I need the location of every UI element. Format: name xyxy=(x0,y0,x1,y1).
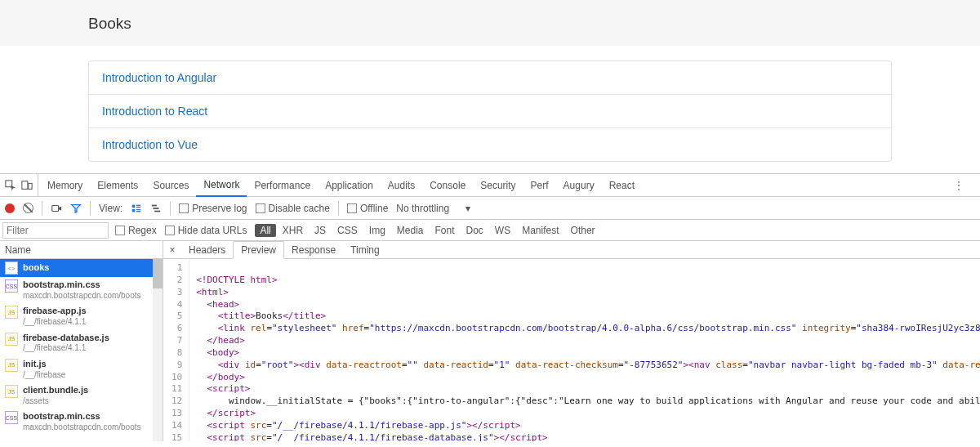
request-name: bootstrap.min.cssmaxcdn.bootstrapcdn.com… xyxy=(23,411,141,432)
request-row[interactable]: JSfirebase-app.js/__/firebase/4.1.1 xyxy=(0,303,163,329)
svg-rect-12 xyxy=(154,210,160,212)
device-toolbar-icon[interactable] xyxy=(21,180,33,191)
filter-type-xhr[interactable]: XHR xyxy=(278,224,308,237)
devtools-tab-security[interactable]: Security xyxy=(473,174,523,197)
svg-rect-10 xyxy=(152,204,157,206)
waterfall-icon[interactable] xyxy=(150,203,162,214)
js-file-icon: JS xyxy=(5,306,18,319)
filter-type-font[interactable]: Font xyxy=(430,224,460,237)
code-body[interactable]: <!DOCTYLE html> <html> <head> <title>Boo… xyxy=(189,259,980,441)
filter-toggle-icon[interactable] xyxy=(70,203,82,214)
request-name: bootstrap.min.cssmaxcdn.bootstrapcdn.com… xyxy=(23,279,141,301)
chevron-down-icon: ▾ xyxy=(466,203,470,214)
request-list[interactable]: <>booksCSSbootstrap.min.cssmaxcdn.bootst… xyxy=(0,259,163,441)
devtools-menu-icon[interactable]: ⋮ xyxy=(954,180,975,191)
book-list-item[interactable]: Introduction to Angular xyxy=(89,61,891,95)
book-list: Introduction to Angular Introduction to … xyxy=(88,60,892,162)
offline-checkbox[interactable]: Offline xyxy=(347,203,388,214)
devtools-tab-audits[interactable]: Audits xyxy=(381,174,422,197)
book-list-item[interactable]: Introduction to React xyxy=(89,95,891,128)
devtools-tab-network[interactable]: Network xyxy=(196,174,247,197)
filter-type-ws[interactable]: WS xyxy=(490,224,515,237)
devtools-tab-performance[interactable]: Performance xyxy=(247,174,318,197)
network-toolbar: View: Preserve log Disable cache Offline… xyxy=(0,197,980,220)
detail-tab-bar: × HeadersPreviewResponseTiming xyxy=(163,241,980,259)
css-file-icon: CSS xyxy=(5,411,18,424)
inspect-element-icon[interactable] xyxy=(5,180,16,191)
filter-type-manifest[interactable]: Manifest xyxy=(517,224,564,237)
filter-type-other[interactable]: Other xyxy=(566,224,600,237)
filter-type-all[interactable]: All xyxy=(255,224,275,237)
request-row[interactable]: JSclient.bundle.js/assets xyxy=(0,382,163,409)
devtools-tab-console[interactable]: Console xyxy=(422,174,473,197)
css-file-icon: CSS xyxy=(5,279,18,293)
request-row[interactable]: CSSbootstrap.min.cssmaxcdn.bootstrapcdn.… xyxy=(0,409,163,435)
request-row[interactable]: CSSbootstrap.min.cssmaxcdn.bootstrapcdn.… xyxy=(0,277,163,303)
page-title: Books xyxy=(88,15,980,33)
request-name: init.js/__/firebase xyxy=(23,359,65,380)
throttling-select[interactable]: No throttling ▾ xyxy=(396,203,470,214)
devtools-tab-react[interactable]: React xyxy=(602,174,642,197)
svg-rect-5 xyxy=(136,204,140,205)
disable-cache-checkbox[interactable]: Disable cache xyxy=(256,203,330,214)
filter-type-doc[interactable]: Doc xyxy=(461,224,488,237)
js-file-icon: JS xyxy=(5,333,18,346)
svg-rect-6 xyxy=(136,206,140,207)
request-list-panel: Name <>booksCSSbootstrap.min.cssmaxcdn.b… xyxy=(0,241,163,441)
svg-rect-11 xyxy=(154,208,159,209)
request-name: books xyxy=(23,262,49,274)
devtools-panel: MemoryElementsSourcesNetworkPerformanceA… xyxy=(0,173,980,441)
svg-rect-9 xyxy=(136,211,140,212)
hide-data-urls-checkbox[interactable]: Hide data URLs xyxy=(165,225,247,236)
request-row[interactable]: JSfirebase-database.js/__/firebase/4.1.1 xyxy=(0,330,163,356)
view-label: View: xyxy=(99,203,122,214)
detail-tab-timing[interactable]: Timing xyxy=(343,241,387,259)
clear-button[interactable] xyxy=(23,203,33,213)
scrollbar[interactable] xyxy=(153,259,163,441)
record-button[interactable] xyxy=(5,203,15,213)
devtools-tab-perf[interactable]: Perf xyxy=(523,174,556,197)
request-name: firebase-database.js/__/firebase/4.1.1 xyxy=(23,333,109,354)
svg-rect-4 xyxy=(132,204,136,208)
devtools-tab-sources[interactable]: Sources xyxy=(145,174,196,197)
detail-tab-preview[interactable]: Preview xyxy=(233,241,284,259)
filter-input[interactable] xyxy=(2,222,109,239)
devtools-tab-application[interactable]: Application xyxy=(318,174,381,197)
detail-tab-response[interactable]: Response xyxy=(284,241,343,259)
js-file-icon: JS xyxy=(5,385,18,398)
filter-type-css[interactable]: CSS xyxy=(332,224,363,237)
name-column-header[interactable]: Name xyxy=(0,241,163,259)
network-split-view: Name <>booksCSSbootstrap.min.cssmaxcdn.b… xyxy=(0,241,980,441)
camera-icon[interactable] xyxy=(51,203,62,214)
filter-type-js[interactable]: JS xyxy=(310,224,331,237)
regex-checkbox[interactable]: Regex xyxy=(115,225,157,236)
network-filter-bar: Regex Hide data URLs AllXHRJSCSSImgMedia… xyxy=(0,220,980,241)
devtools-tab-elements[interactable]: Elements xyxy=(90,174,145,197)
svg-rect-1 xyxy=(22,181,28,189)
line-gutter: 12345678910111213141516171819 xyxy=(163,259,189,441)
svg-rect-3 xyxy=(52,205,59,211)
svg-rect-2 xyxy=(29,183,32,189)
page-header: Books xyxy=(0,0,980,46)
request-row[interactable]: JSinit.js/__/firebase xyxy=(0,356,163,382)
request-name: firebase-app.js/__/firebase/4.1.1 xyxy=(23,306,87,327)
request-row[interactable]: <>books xyxy=(0,259,163,277)
filter-type-media[interactable]: Media xyxy=(392,224,429,237)
page-content: Introduction to Angular Introduction to … xyxy=(0,46,980,162)
svg-rect-7 xyxy=(132,208,136,212)
html-file-icon: <> xyxy=(5,261,18,275)
devtools-tab-memory[interactable]: Memory xyxy=(40,174,90,197)
devtools-tab-augury[interactable]: Augury xyxy=(556,174,602,197)
svg-rect-8 xyxy=(136,208,140,209)
js-file-icon: JS xyxy=(5,359,18,372)
request-detail-panel: × HeadersPreviewResponseTiming 123456789… xyxy=(163,241,980,441)
filter-type-img[interactable]: Img xyxy=(364,224,390,237)
devtools-tabbar: MemoryElementsSourcesNetworkPerformanceA… xyxy=(0,174,980,197)
preserve-log-checkbox[interactable]: Preserve log xyxy=(179,203,247,214)
detail-tab-headers[interactable]: Headers xyxy=(181,241,233,259)
book-list-item[interactable]: Introduction to Vue xyxy=(89,128,891,161)
response-preview[interactable]: 12345678910111213141516171819 <!DOCTYLE … xyxy=(163,259,980,441)
large-rows-icon[interactable] xyxy=(131,203,142,214)
close-detail-button[interactable]: × xyxy=(163,244,181,256)
request-name: client.bundle.js/assets xyxy=(23,385,88,406)
